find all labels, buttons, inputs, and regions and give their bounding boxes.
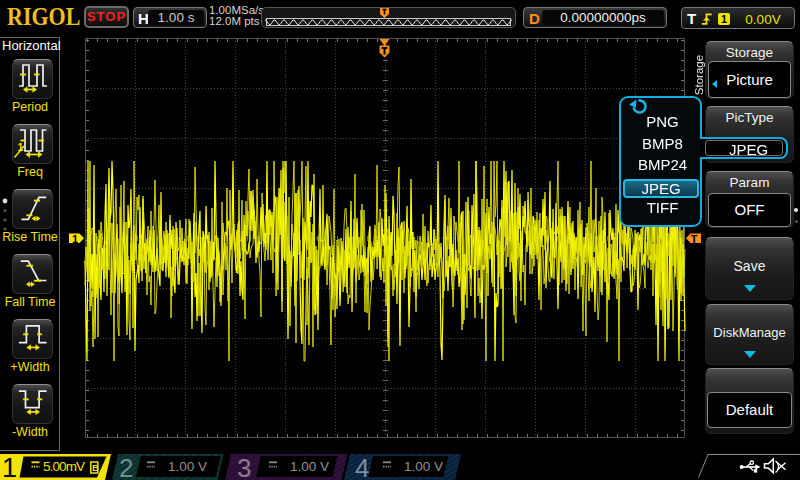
svg-text:2: 2 (119, 453, 133, 480)
svg-text:T: T (691, 233, 698, 245)
svg-text:5.00mV: 5.00mV (43, 459, 85, 474)
svg-text:1: 1 (2, 453, 17, 480)
svg-text:1.00 V: 1.00 V (168, 459, 207, 474)
svg-text:1.00 V: 1.00 V (404, 459, 443, 474)
svg-text:4: 4 (355, 453, 369, 480)
svg-text:1: 1 (72, 233, 78, 245)
svg-text:B: B (92, 462, 99, 473)
svg-text:3: 3 (237, 453, 251, 480)
svg-text:1.00 V: 1.00 V (290, 459, 329, 474)
